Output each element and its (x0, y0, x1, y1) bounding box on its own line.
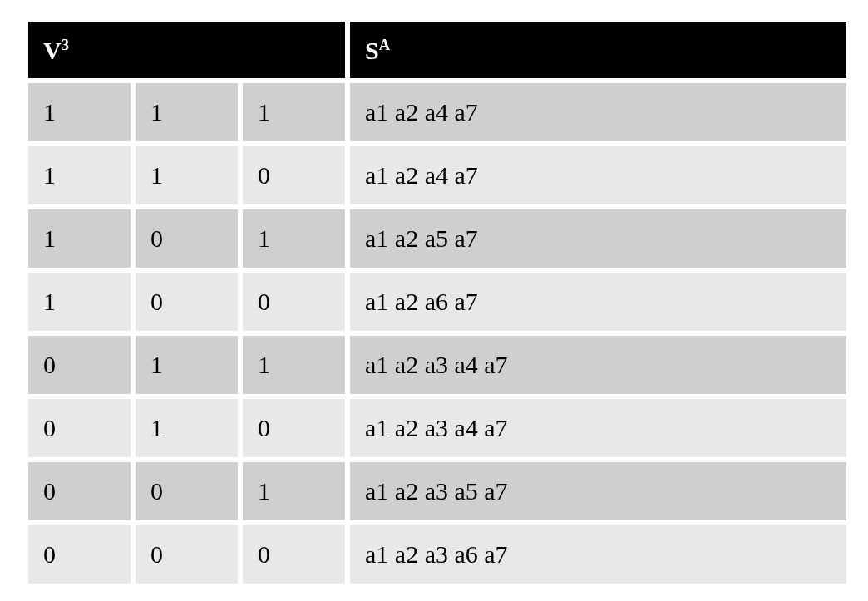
cell-v2: 1 (136, 399, 238, 457)
header-v-base: V (43, 37, 62, 64)
cell-v2: 0 (136, 209, 238, 268)
table-row: 1 1 0 a1 a2 a4 a7 (28, 146, 846, 204)
table-row: 1 1 1 a1 a2 a4 a7 (28, 83, 846, 141)
cell-sa: a1 a2 a4 a7 (350, 146, 846, 204)
table-row: 0 1 1 a1 a2 a3 a4 a7 (28, 336, 846, 394)
cell-v3: 1 (243, 336, 345, 394)
cell-sa: a1 a2 a6 a7 (350, 273, 846, 331)
cell-v3: 0 (243, 146, 345, 204)
cell-v2: 1 (136, 83, 238, 141)
cell-v1: 0 (28, 462, 131, 520)
cell-v1: 1 (28, 209, 131, 268)
table-row: 0 0 1 a1 a2 a3 a5 a7 (28, 462, 846, 520)
cell-sa: a1 a2 a3 a5 a7 (350, 462, 846, 520)
cell-v1: 0 (28, 399, 131, 457)
cell-v3: 1 (243, 83, 345, 141)
header-v-sup: 3 (62, 36, 69, 53)
cell-v2: 0 (136, 462, 238, 520)
table-row: 0 0 0 a1 a2 a3 a6 a7 (28, 525, 846, 584)
cell-v1: 1 (28, 146, 131, 204)
header-s-base: S (365, 37, 379, 64)
column-header-v: V3 (28, 22, 345, 78)
cell-v3: 0 (243, 525, 345, 584)
cell-sa: a1 a2 a4 a7 (350, 83, 846, 141)
cell-v3: 1 (243, 209, 345, 268)
cell-v1: 0 (28, 336, 131, 394)
cell-v1: 0 (28, 525, 131, 584)
table-header-row: V3 SA (28, 22, 846, 78)
cell-sa: a1 a2 a3 a4 a7 (350, 336, 846, 394)
table-row: 0 1 0 a1 a2 a3 a4 a7 (28, 399, 846, 457)
cell-sa: a1 a2 a3 a6 a7 (350, 525, 846, 584)
cell-v2: 0 (136, 273, 238, 331)
cell-v2: 0 (136, 525, 238, 584)
cell-v1: 1 (28, 83, 131, 141)
cell-v3: 1 (243, 462, 345, 520)
cell-sa: a1 a2 a3 a4 a7 (350, 399, 846, 457)
header-s-sup: A (379, 36, 390, 53)
column-header-s: SA (350, 22, 846, 78)
table-row: 1 0 1 a1 a2 a5 a7 (28, 209, 846, 268)
cell-v3: 0 (243, 399, 345, 457)
cell-v2: 1 (136, 336, 238, 394)
cell-v2: 1 (136, 146, 238, 204)
cell-v1: 1 (28, 273, 131, 331)
truth-table: V3 SA 1 1 1 a1 a2 a4 a7 1 1 0 a1 a2 a4 a… (23, 17, 851, 589)
table-row: 1 0 0 a1 a2 a6 a7 (28, 273, 846, 331)
cell-v3: 0 (243, 273, 345, 331)
cell-sa: a1 a2 a5 a7 (350, 209, 846, 268)
